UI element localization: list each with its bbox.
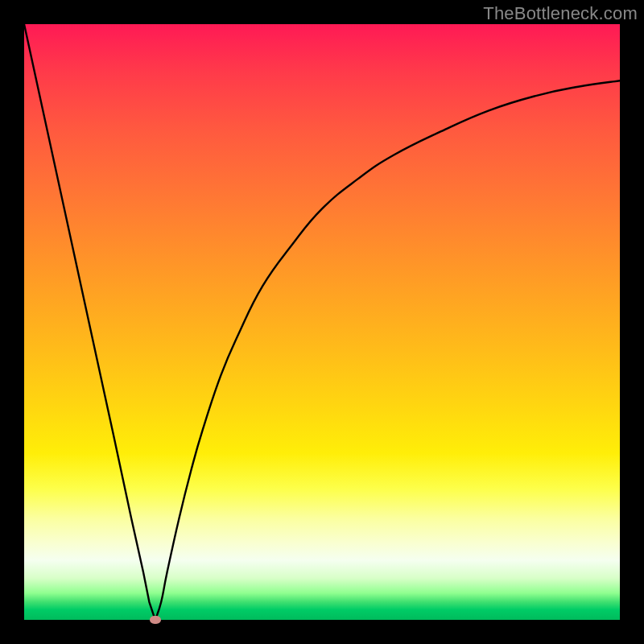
minimum-marker [150, 616, 161, 624]
watermark-text: TheBottleneck.com [483, 3, 638, 24]
bottleneck-curve [24, 24, 620, 620]
plot-area [24, 24, 620, 620]
curve-path [24, 24, 620, 620]
chart-frame: TheBottleneck.com [0, 0, 644, 644]
